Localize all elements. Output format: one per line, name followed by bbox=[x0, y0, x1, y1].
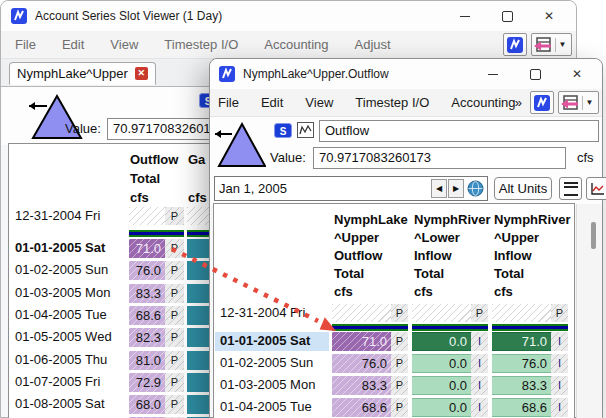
close-button[interactable]: ✕ bbox=[528, 1, 570, 31]
titlebar[interactable]: Account Series Slot Viewer (1 Day) ✕ bbox=[1, 1, 576, 31]
minimize-button[interactable] bbox=[444, 1, 486, 31]
flag-cell[interactable]: P bbox=[165, 351, 184, 370]
row-date[interactable]: 01-06-2005 Thu bbox=[12, 352, 107, 367]
globe-datetime-icon[interactable] bbox=[467, 180, 484, 197]
previous-timestep-button[interactable]: ◀ bbox=[431, 179, 447, 198]
flag-cell[interactable]: I bbox=[471, 376, 488, 395]
flag-cell[interactable]: P bbox=[391, 354, 408, 373]
plot-button[interactable] bbox=[586, 177, 606, 200]
value-cell[interactable]: 81.0 bbox=[129, 351, 165, 370]
value-cell[interactable]: 83.3 bbox=[492, 376, 551, 395]
close-button[interactable]: ✕ bbox=[556, 59, 598, 89]
value-cell[interactable]: 71.0 bbox=[129, 239, 165, 258]
tab-nymphlake-upper[interactable]: NymphLake^Upper ✕ bbox=[9, 62, 156, 85]
row-date[interactable]: 01-01-2005 Sat bbox=[217, 333, 310, 348]
minimize-button[interactable] bbox=[472, 59, 514, 89]
flag-cell[interactable]: P bbox=[551, 304, 568, 322]
flag-cell[interactable]: P bbox=[391, 304, 408, 322]
flag-cell[interactable]: I bbox=[551, 398, 568, 417]
menu-timestep-io[interactable]: Timestep I/O bbox=[344, 95, 440, 110]
value-cell[interactable]: 68.6 bbox=[492, 398, 551, 417]
flag-cell[interactable]: I bbox=[471, 332, 488, 351]
value-cell[interactable]: 76.0 bbox=[332, 354, 391, 373]
riverware-toolbar-button[interactable] bbox=[503, 33, 527, 56]
row-date[interactable]: 01-02-2005 Sun bbox=[12, 262, 108, 277]
flag-cell[interactable]: P bbox=[165, 261, 184, 280]
flag-cell[interactable]: I bbox=[471, 354, 488, 373]
chevron-down-icon[interactable]: ▼ bbox=[582, 96, 597, 110]
value-cell[interactable]: 0.0 bbox=[412, 398, 471, 417]
value-cell[interactable]: 68.6 bbox=[129, 306, 165, 325]
row-date[interactable]: 01-03-2005 Mon bbox=[217, 377, 315, 392]
flag-cell[interactable]: P bbox=[165, 207, 184, 225]
value-cell[interactable]: 82.3 bbox=[129, 328, 165, 347]
value-cell-empty[interactable] bbox=[492, 304, 551, 322]
scrollbar-thumb[interactable] bbox=[591, 222, 596, 249]
flag-cell[interactable]: I bbox=[551, 376, 568, 395]
menu-adjust[interactable]: Adjust bbox=[342, 37, 404, 52]
flag-cell[interactable]: I bbox=[551, 354, 568, 373]
row-date[interactable]: 12-31-2004 Fri bbox=[12, 208, 100, 223]
menu-accounting[interactable]: Accounting bbox=[251, 37, 341, 52]
row-date[interactable]: 01-07-2005 Fri bbox=[12, 374, 100, 389]
menu-view[interactable]: View bbox=[97, 37, 151, 52]
value-field[interactable]: 70.9717083260173 bbox=[313, 147, 566, 169]
value-cell[interactable]: 68.6 bbox=[332, 398, 391, 417]
maximize-button[interactable] bbox=[486, 1, 528, 31]
flag-cell[interactable]: P bbox=[165, 239, 184, 258]
flag-cell[interactable]: P bbox=[165, 284, 184, 303]
menu-edit[interactable]: Edit bbox=[250, 95, 294, 110]
titlebar[interactable]: NymphLake^Upper.Outflow ✕ bbox=[210, 59, 602, 89]
value-cell[interactable]: 71.0 bbox=[492, 332, 551, 351]
flag-cell[interactable]: I bbox=[551, 332, 568, 351]
value-cell[interactable]: 0.0 bbox=[412, 354, 471, 373]
menu-file[interactable]: File bbox=[1, 37, 49, 52]
value-cell[interactable]: 68.0 bbox=[129, 395, 165, 414]
value-cell[interactable]: 76.0 bbox=[492, 354, 551, 373]
menu-timestep-io[interactable]: Timestep I/O bbox=[151, 37, 251, 52]
row-date[interactable]: 01-04-2005 Tue bbox=[217, 399, 312, 414]
flag-cell[interactable]: I bbox=[471, 398, 488, 417]
menu-edit[interactable]: Edit bbox=[49, 37, 97, 52]
flag-cell[interactable]: P bbox=[471, 304, 488, 322]
menu-view[interactable]: View bbox=[294, 95, 344, 110]
row-date[interactable]: 01-03-2005 Mon bbox=[12, 285, 110, 300]
flag-cell[interactable]: P bbox=[165, 373, 184, 392]
menu-file[interactable]: File bbox=[210, 95, 250, 110]
row-date[interactable]: 01-05-2005 Wed bbox=[12, 329, 112, 344]
alt-units-button[interactable]: Alt Units bbox=[494, 177, 552, 200]
chevron-down-icon[interactable]: ▼ bbox=[555, 38, 570, 52]
flag-cell[interactable]: P bbox=[391, 398, 408, 417]
row-display-button[interactable] bbox=[559, 177, 582, 200]
datetime-selector[interactable]: Jan 1, 2005 ◀ ▶ bbox=[214, 176, 488, 201]
flag-cell[interactable]: P bbox=[165, 306, 184, 325]
row-date[interactable]: 12-31-2004 Fri bbox=[217, 305, 305, 320]
value-cell[interactable]: 0.0 bbox=[412, 376, 471, 395]
row-date[interactable]: 01-04-2005 Tue bbox=[12, 307, 107, 322]
value-cell[interactable]: 72.9 bbox=[129, 373, 165, 392]
accounting-view-button[interactable]: ▼ bbox=[558, 91, 599, 114]
menu-accounting[interactable]: Accounting bbox=[440, 95, 526, 110]
slot-name-field[interactable]: Outflow bbox=[319, 120, 599, 142]
flag-cell[interactable]: P bbox=[165, 328, 184, 347]
value-cell[interactable]: 83.3 bbox=[129, 284, 165, 303]
value-cell[interactable]: 76.0 bbox=[129, 261, 165, 280]
next-timestep-button[interactable]: ▶ bbox=[448, 179, 464, 198]
row-date[interactable]: 01-02-2005 Sun bbox=[217, 355, 313, 370]
row-date[interactable]: 01-01-2005 Sat bbox=[12, 240, 105, 255]
value-cell[interactable]: 83.3 bbox=[332, 376, 391, 395]
value-cell[interactable]: 71.0 bbox=[332, 332, 391, 351]
tab-close-icon[interactable]: ✕ bbox=[135, 67, 148, 80]
maximize-button[interactable] bbox=[514, 59, 556, 89]
row-date[interactable]: 01-08-2005 Sat bbox=[12, 396, 105, 411]
value-cell-empty[interactable] bbox=[332, 304, 391, 322]
value-cell-empty[interactable] bbox=[129, 207, 165, 225]
riverware-toolbar-button[interactable] bbox=[530, 91, 554, 114]
value-cell-empty[interactable] bbox=[412, 304, 471, 322]
accounting-view-button[interactable]: ▼ bbox=[531, 33, 572, 56]
menu-overflow-chevron[interactable]: » bbox=[515, 95, 522, 110]
flag-cell[interactable]: P bbox=[391, 376, 408, 395]
vertical-scrollbar[interactable] bbox=[576, 204, 602, 418]
flag-cell[interactable]: P bbox=[165, 395, 184, 414]
flag-cell[interactable]: P bbox=[391, 332, 408, 351]
